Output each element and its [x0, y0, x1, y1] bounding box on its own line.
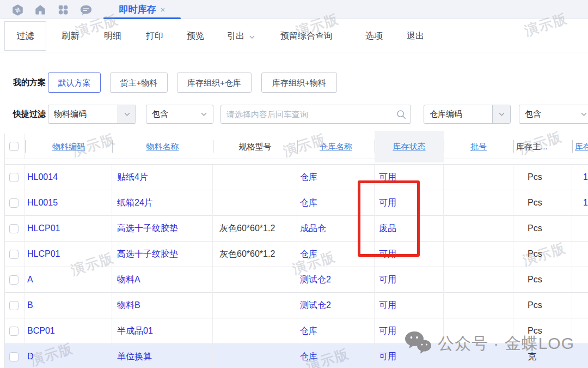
chevron-down-icon[interactable]: [118, 105, 136, 123]
row-checkbox[interactable]: [9, 198, 19, 208]
cell-material-code[interactable]: HLCP01: [25, 242, 112, 267]
cell-inventory-qty[interactable]: 1: [572, 165, 588, 190]
cell-material-code[interactable]: D: [25, 344, 112, 368]
scheme-button-default-scheme[interactable]: 默认方案: [48, 73, 101, 93]
cell-inventory-qty[interactable]: 1: [572, 190, 588, 216]
cell-material-name[interactable]: 单位换算: [112, 344, 213, 368]
cell-inventory-status[interactable]: 可用: [375, 242, 444, 267]
tab-instant-inventory[interactable]: 即时库存 ×: [103, 0, 181, 19]
row-checkbox[interactable]: [9, 224, 19, 233]
cell-material-name[interactable]: 高选十子纹胶垫: [112, 242, 213, 267]
scheme-row: 我的方案 默认方案货主+物料库存组织+仓库库存组织+物料: [0, 70, 588, 95]
column-header-material-code[interactable]: 物料编码: [25, 134, 112, 159]
cell-inventory-status[interactable]: 可用: [375, 190, 444, 216]
table-row[interactable]: HL0015纸箱24片仓库可用Pcs1: [5, 190, 588, 216]
operator-select-contains-2[interactable]: 包含: [519, 105, 588, 124]
menu-item-print[interactable]: 打印: [140, 19, 169, 52]
cell-lot-no: [444, 242, 513, 267]
row-checkbox-cell: [5, 165, 25, 190]
home-icon[interactable]: [34, 3, 47, 16]
cell-material-code[interactable]: HLCP01: [25, 216, 112, 242]
quick-search-input[interactable]: [221, 110, 392, 119]
menu-item-refresh[interactable]: 刷新: [56, 19, 84, 52]
column-header-warehouse-name[interactable]: 仓库名称: [297, 134, 375, 159]
chevron-down-icon[interactable]: [492, 105, 510, 123]
cell-material-name[interactable]: 物料A: [112, 267, 213, 293]
cell-material-name[interactable]: 贴纸4片: [112, 165, 213, 190]
scheme-button-org-warehouse[interactable]: 库存组织+仓库: [177, 73, 252, 93]
operator-select-contains-1[interactable]: 包含: [146, 105, 213, 124]
menu-item-reserve-query[interactable]: 预留综合查询: [272, 19, 341, 52]
cell-warehouse-name[interactable]: 仓库: [297, 165, 375, 190]
row-checkbox[interactable]: [9, 173, 19, 182]
cell-warehouse-name[interactable]: 仓库: [297, 242, 375, 267]
cell-spec-model: [213, 267, 297, 293]
tab-close-icon[interactable]: ×: [161, 5, 166, 14]
cell-inventory-unit: Pcs: [513, 242, 572, 267]
search-icon[interactable]: [392, 109, 411, 120]
table-row[interactable]: HLCP01高选十子纹胶垫灰色60*60*1.2仓库可用Pcs: [5, 242, 588, 267]
cell-inventory-unit: Pcs: [513, 216, 572, 242]
row-checkbox[interactable]: [9, 275, 19, 285]
menu-item-preview[interactable]: 预览: [181, 19, 210, 52]
scheme-button-org-material[interactable]: 库存组织+物料: [261, 73, 337, 93]
cell-material-code[interactable]: A: [25, 267, 112, 293]
select-all-checkbox[interactable]: [9, 142, 19, 151]
cell-material-name[interactable]: 半成品01: [112, 318, 213, 344]
cell-warehouse-name[interactable]: 测试仓2: [297, 267, 375, 293]
cell-warehouse-name[interactable]: 仓库: [297, 344, 375, 368]
menu-item-detail[interactable]: 明细: [99, 19, 127, 52]
menu-item-exit[interactable]: 退出: [401, 19, 430, 52]
cell-material-code[interactable]: BCP01: [25, 318, 112, 344]
column-header-lot-no[interactable]: 批号: [444, 134, 513, 159]
message-icon[interactable]: [79, 3, 93, 16]
column-header-inventory-status[interactable]: 库存状态: [375, 134, 444, 159]
cell-material-name[interactable]: 物料B: [112, 293, 213, 318]
cell-inventory-status[interactable]: 可用: [375, 293, 444, 318]
menu-item-filter[interactable]: 过滤: [4, 21, 46, 51]
menu-item-label: 过滤: [17, 31, 34, 40]
row-checkbox[interactable]: [9, 250, 19, 259]
table-row[interactable]: BCP01半成品01仓库可用Pcs: [5, 318, 588, 344]
sync-icon[interactable]: [11, 3, 24, 16]
cell-material-name[interactable]: 纸箱24片: [112, 190, 213, 216]
cell-warehouse-name[interactable]: 成品仓: [297, 216, 375, 242]
table-row[interactable]: D单位换算仓库可用克: [5, 344, 588, 368]
column-header-inventory-unit[interactable]: 库存主...: [513, 134, 572, 159]
cell-inventory-status[interactable]: 可用: [375, 267, 444, 293]
cell-material-code[interactable]: HL0014: [25, 165, 112, 190]
table-row[interactable]: HLCP01高选十子纹胶垫灰色60*60*1.2成品仓废品Pcs: [5, 216, 588, 242]
table-row[interactable]: HL0014贴纸4片仓库可用Pcs1: [5, 165, 588, 190]
column-header-spec-model[interactable]: 规格型号: [213, 134, 297, 159]
field-select-warehouse-code[interactable]: 仓库编码: [424, 105, 511, 124]
cell-material-name[interactable]: 高选十子纹胶垫: [112, 216, 213, 242]
cell-warehouse-name[interactable]: 仓库: [297, 190, 375, 216]
column-header-material-name[interactable]: 物料名称: [112, 134, 213, 159]
row-checkbox[interactable]: [9, 327, 19, 336]
cell-material-code[interactable]: B: [25, 293, 112, 318]
menu-item-label: 打印: [146, 31, 163, 40]
cell-inventory-status[interactable]: 可用: [375, 318, 444, 344]
cell-warehouse-name[interactable]: 仓库: [297, 318, 375, 344]
scheme-button-owner-material[interactable]: 货主+物料: [110, 73, 168, 93]
cell-lot-no: [444, 267, 513, 293]
row-checkbox[interactable]: [9, 352, 19, 361]
row-checkbox-cell: [5, 318, 25, 344]
column-header-label: 规格型号: [239, 142, 272, 151]
cell-warehouse-name[interactable]: 测试仓2: [297, 293, 375, 318]
cell-inventory-status[interactable]: 废品: [375, 216, 444, 242]
cell-inventory-status[interactable]: 可用: [375, 344, 444, 368]
cell-inventory-status[interactable]: 可用: [375, 165, 444, 190]
chevron-down-icon[interactable]: [575, 105, 588, 123]
cell-material-code[interactable]: HL0015: [25, 190, 112, 216]
apps-grid-icon[interactable]: [57, 3, 70, 16]
table-row[interactable]: B物料B测试仓2可用Pcs: [5, 293, 588, 318]
cell-inventory-unit: 克: [513, 344, 572, 368]
table-row[interactable]: A物料A测试仓2可用Pcs: [5, 267, 588, 293]
field-select-material-code[interactable]: 物料编码: [48, 105, 136, 124]
column-header-inventory-qty[interactable]: 库存: [572, 134, 588, 159]
row-checkbox[interactable]: [9, 301, 19, 310]
menu-item-options[interactable]: 选项: [360, 19, 388, 52]
chevron-down-icon[interactable]: [195, 105, 213, 123]
menu-item-export[interactable]: 引出: [222, 19, 261, 52]
